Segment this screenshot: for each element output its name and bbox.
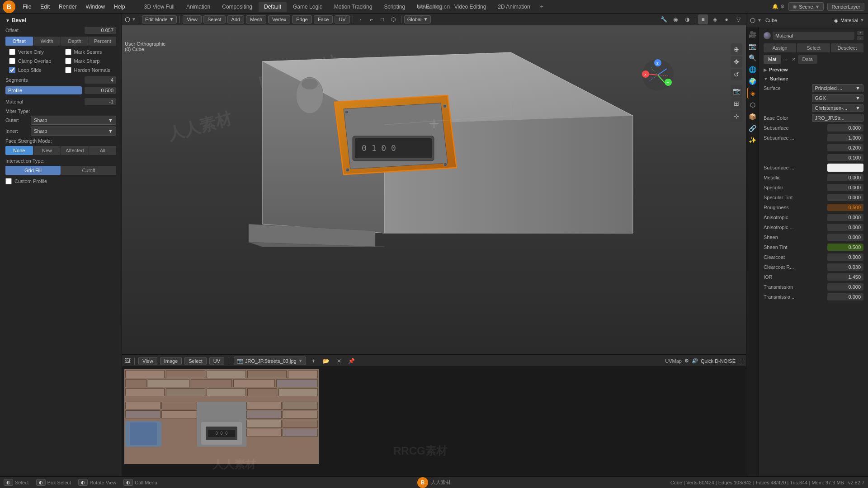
subsurface2-input[interactable]: 1.000 xyxy=(827,134,863,141)
face-mode-all[interactable]: All xyxy=(89,146,117,155)
icon-tab-constraints[interactable]: 🔗 xyxy=(747,123,758,134)
zoom-to-fit-btn[interactable]: ⊕ xyxy=(731,43,742,55)
select-btn[interactable]: Select xyxy=(797,43,830,52)
viewport-3d-main[interactable]: User Orthographic (0) Cube RRCG素材 人人素材 R… xyxy=(122,25,746,354)
image-file-selector[interactable]: 📷 JRO_JP.Streets_03.jpg ▼ xyxy=(234,357,306,365)
face-mode-affected[interactable]: Affected xyxy=(61,146,89,155)
icon-tab-world[interactable]: 🌍 xyxy=(747,76,758,87)
menu-file[interactable]: File xyxy=(18,2,36,12)
icon-tab-data[interactable]: ⬡ xyxy=(747,99,758,110)
specular-input[interactable]: 0.000 xyxy=(827,184,863,191)
cube-icon-btn[interactable]: ⬡ ▼ xyxy=(750,17,762,24)
pan-btn[interactable]: ✥ xyxy=(731,56,742,68)
intersect-gridfill[interactable]: Grid Fill xyxy=(5,166,61,175)
clearcoat-input[interactable]: 0.000 xyxy=(827,253,863,261)
material-icon-btn[interactable]: ◈ Material ▼ xyxy=(834,17,864,24)
clearcoatr-input[interactable]: 0.030 xyxy=(827,263,863,271)
profile-input[interactable]: 0.500 xyxy=(85,87,116,94)
vert-mode-btn[interactable]: · xyxy=(356,14,366,24)
tab-compositing[interactable]: Compositing xyxy=(217,2,258,12)
intersect-cutoff[interactable]: Cutoff xyxy=(61,166,116,175)
metallic-input[interactable]: 0.000 xyxy=(827,174,863,181)
tab-width[interactable]: Width xyxy=(33,37,61,46)
uv-fullscreen-btn[interactable]: ⛶ xyxy=(738,358,743,364)
tab-default[interactable]: Default xyxy=(259,2,287,12)
mesh-btn[interactable]: Mesh xyxy=(246,15,266,23)
anisotropic-input[interactable]: 0.000 xyxy=(827,214,863,221)
surface-type-select[interactable]: Principled ... ▼ xyxy=(812,84,864,92)
menu-help[interactable]: Help xyxy=(109,2,130,12)
overlay-icon[interactable]: ◉ xyxy=(670,14,680,24)
material-slot-remove[interactable]: - xyxy=(857,36,863,40)
sheen-input[interactable]: 0.000 xyxy=(827,234,863,241)
christensen-select[interactable]: Christensen-... ▼ xyxy=(812,104,864,112)
base-color-input[interactable]: JRO_JP.Str... xyxy=(812,114,864,122)
subsurface3-input[interactable]: 0.200 xyxy=(827,144,863,151)
uv-close-btn[interactable]: ✕ xyxy=(334,356,344,366)
cursor-btn[interactable]: ⊹ xyxy=(731,110,742,122)
xray-icon[interactable]: ◑ xyxy=(682,14,692,24)
edge-btn[interactable]: Edge xyxy=(292,15,312,23)
menu-render[interactable]: Render xyxy=(54,2,81,12)
uv-select-btn[interactable]: Select xyxy=(184,357,207,365)
icon-tab-render[interactable]: 🎥 xyxy=(747,29,758,40)
segments-input[interactable]: 4 xyxy=(85,76,116,84)
anisotropic2-input[interactable]: 0.000 xyxy=(827,224,863,231)
uv-uv-btn[interactable]: UV xyxy=(209,357,224,365)
face-btn[interactable]: Face xyxy=(314,15,333,23)
mat-close[interactable]: ✕ xyxy=(790,55,797,64)
icon-tab-output[interactable]: 📷 xyxy=(747,41,758,52)
uv-view-btn[interactable]: View xyxy=(138,357,157,365)
tab-2danimation[interactable]: 2D Animation xyxy=(492,2,535,12)
uv-open-btn[interactable]: 📂 xyxy=(321,356,331,366)
outer-dropdown[interactable]: Sharp▼ xyxy=(31,116,116,125)
profile-btn[interactable]: Profile xyxy=(5,86,82,94)
denoise-btn[interactable]: 🔊 xyxy=(692,358,698,364)
icon-tab-object[interactable]: 📦 xyxy=(747,111,758,122)
mat-dots[interactable]: ··· xyxy=(781,55,789,64)
edit-mode-selector[interactable]: Edit Mode ▼ xyxy=(142,15,177,23)
transform-space-btn[interactable]: Global ▼ xyxy=(404,15,431,23)
renderlayer-selector[interactable]: RenderLayer xyxy=(827,3,864,11)
tab-gamelogic[interactable]: Game Logic xyxy=(288,2,328,12)
tab-scripting[interactable]: Scripting xyxy=(378,2,410,12)
tab-data[interactable]: Data xyxy=(798,55,817,64)
material-name-display[interactable]: Material xyxy=(773,32,854,40)
deselect-btn[interactable]: Deselect xyxy=(831,43,863,52)
roughness-input[interactable]: 0.500 xyxy=(827,204,863,211)
subsurface-color-swatch[interactable] xyxy=(827,164,863,172)
scene-selector[interactable]: ◉ Scene ▼ xyxy=(788,2,824,11)
subsurface-input[interactable]: 0.000 xyxy=(827,124,863,131)
face-mode-btn[interactable]: □ xyxy=(377,14,387,24)
menu-edit[interactable]: Edit xyxy=(36,2,54,12)
tab-motiontracking[interactable]: Motion Tracking xyxy=(329,2,378,12)
face-mode-new[interactable]: New xyxy=(33,146,61,155)
uv-btn[interactable]: UV xyxy=(335,15,349,23)
icon-tab-material[interactable]: ◈ xyxy=(747,88,758,99)
editor-type-btn[interactable]: ⬡ ▼ xyxy=(125,16,136,23)
offset-input[interactable]: 0.057 xyxy=(85,27,116,34)
tab-mat[interactable]: Mat xyxy=(764,55,781,64)
preview-section-header[interactable]: ▶ Preview xyxy=(761,65,866,74)
ior-input[interactable]: 1.450 xyxy=(827,273,863,281)
speculartint-input[interactable]: 0.000 xyxy=(827,194,863,201)
uv-settings-btn[interactable]: ⚙ xyxy=(684,358,689,364)
tab-videoediting[interactable]: Video Editing xyxy=(449,2,492,12)
select-btn[interactable]: Select xyxy=(203,15,226,23)
viewport-settings[interactable]: ▽ xyxy=(733,14,743,24)
surface-section-header[interactable]: ▼ Surface xyxy=(761,74,866,83)
rotate-btn[interactable]: ↺ xyxy=(731,69,742,80)
inner-dropdown[interactable]: Sharp▼ xyxy=(31,127,116,136)
icon-tab-view[interactable]: 🔍 xyxy=(747,52,758,63)
solid-mode-btn[interactable]: ■ xyxy=(698,14,708,24)
uv-pin-btn[interactable]: 📌 xyxy=(347,356,357,366)
ggx-select[interactable]: GGX ▼ xyxy=(812,94,864,102)
render-mode-btn[interactable]: ● xyxy=(722,14,731,24)
icon-tab-particles[interactable]: ✨ xyxy=(747,135,758,145)
add-btn[interactable]: Add xyxy=(227,15,245,23)
tab-percent[interactable]: Percent xyxy=(89,37,117,46)
face-mode-btn2[interactable]: ⬡ xyxy=(388,14,398,24)
material-input[interactable]: -1 xyxy=(85,98,116,105)
material-mode-btn[interactable]: ◈ xyxy=(710,14,720,24)
tab-add[interactable]: + xyxy=(537,2,547,12)
